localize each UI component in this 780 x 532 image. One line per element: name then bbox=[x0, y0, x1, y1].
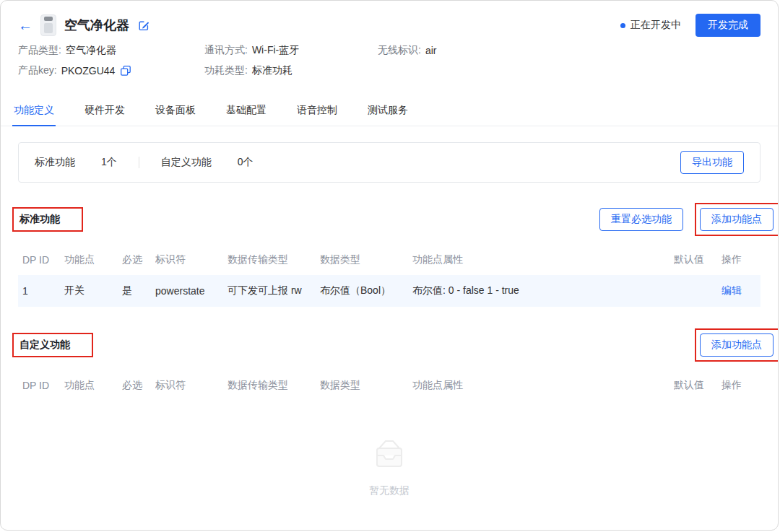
product-image-detail bbox=[44, 17, 53, 21]
annotation-box-custom-title: 自定义功能 bbox=[12, 333, 93, 357]
comm-type-label: 通讯方式: bbox=[204, 44, 248, 57]
status-badge: 正在开发中 bbox=[620, 19, 681, 32]
export-functions-button[interactable]: 导出功能 bbox=[680, 151, 744, 174]
tab-hardware-development[interactable]: 硬件开发 bbox=[83, 96, 126, 126]
cell-data-type: 布尔值（Bool） bbox=[320, 284, 412, 297]
header-cell-property: 功能点属性 bbox=[412, 253, 674, 266]
tab-voice-control[interactable]: 语音控制 bbox=[295, 96, 339, 126]
header-cell-default: 默认值 bbox=[674, 379, 722, 392]
header-cell-data-type: 数据类型 bbox=[320, 379, 412, 392]
custom-function-count-value: 0个 bbox=[238, 156, 254, 169]
back-button[interactable]: ← bbox=[18, 18, 32, 32]
table-row: 1 开关 是 powerstate 可下发可上报 rw 布尔值（Bool） 布尔… bbox=[18, 275, 760, 307]
header-cell-function: 功能点 bbox=[64, 379, 122, 392]
comm-type-item: 通讯方式: Wi-Fi-蓝牙 bbox=[204, 44, 378, 57]
summary-divider bbox=[139, 157, 139, 168]
status-dot-icon bbox=[620, 23, 625, 28]
annotation-box-custom-add: 添加功能点 bbox=[695, 328, 779, 362]
edit-title-icon[interactable] bbox=[139, 20, 150, 31]
product-key-item: 产品key: PKOZGU44 bbox=[18, 64, 204, 77]
standard-functions-table: DP ID 功能点 必选 标识符 数据传输类型 数据类型 功能点属性 默认值 操… bbox=[18, 245, 760, 307]
header-cell-dpid: DP ID bbox=[22, 380, 64, 391]
header-cell-identifier: 标识符 bbox=[155, 379, 228, 392]
header-cell-data-type: 数据类型 bbox=[320, 253, 412, 266]
edit-row-link[interactable]: 编辑 bbox=[722, 284, 756, 297]
header-cell-transfer-type: 数据传输类型 bbox=[228, 379, 320, 392]
cell-function: 开关 bbox=[64, 284, 122, 297]
wireless-id-value: air bbox=[425, 45, 437, 56]
annotation-box-standard-add: 添加功能点 bbox=[695, 203, 779, 236]
empty-box-icon bbox=[364, 436, 415, 476]
custom-table-header-row: DP ID 功能点 必选 标识符 数据传输类型 数据类型 功能点属性 默认值 操… bbox=[18, 370, 760, 401]
develop-complete-button[interactable]: 开发完成 bbox=[696, 14, 760, 37]
page-header: ← 空气净化器 正在开发中 开发完成 bbox=[1, 1, 778, 43]
cell-required: 是 bbox=[122, 284, 155, 297]
standard-function-count-value: 1个 bbox=[101, 156, 117, 169]
standard-table-header-row: DP ID 功能点 必选 标识符 数据传输类型 数据类型 功能点属性 默认值 操… bbox=[18, 245, 760, 275]
header-cell-required: 必选 bbox=[122, 379, 155, 392]
header-cell-transfer-type: 数据传输类型 bbox=[228, 253, 320, 266]
cell-identifier: powerstate bbox=[155, 285, 228, 297]
header-cell-default: 默认值 bbox=[674, 253, 722, 266]
power-type-item: 功耗类型: 标准功耗 bbox=[204, 64, 378, 77]
product-type-label: 产品类型: bbox=[18, 44, 61, 57]
custom-functions-table: DP ID 功能点 必选 标识符 数据传输类型 数据类型 功能点属性 默认值 操… bbox=[18, 370, 760, 531]
product-info: 产品类型: 空气净化器 通讯方式: Wi-Fi-蓝牙 无线标识: air 产品k… bbox=[1, 43, 778, 77]
header-cell-function: 功能点 bbox=[64, 253, 122, 266]
product-key-value: PKOZGU44 bbox=[61, 65, 116, 77]
header-cell-required: 必选 bbox=[122, 253, 155, 266]
standard-functions-section-header: 标准功能 重置必选功能 添加功能点 bbox=[18, 203, 760, 236]
standard-function-count-label: 标准功能 bbox=[35, 156, 75, 169]
wireless-id-label: 无线标识: bbox=[378, 44, 421, 57]
header-cell-action: 操作 bbox=[722, 253, 756, 266]
header-cell-dpid: DP ID bbox=[22, 254, 64, 266]
product-image-detail bbox=[44, 23, 53, 33]
comm-type-value: Wi-Fi-蓝牙 bbox=[252, 44, 299, 57]
wireless-id-item: 无线标识: air bbox=[378, 44, 760, 57]
annotation-box-standard-title: 标准功能 bbox=[12, 207, 83, 232]
product-type-item: 产品类型: 空气净化器 bbox=[18, 44, 204, 57]
tab-basic-config[interactable]: 基础配置 bbox=[225, 96, 268, 126]
header-cell-property: 功能点属性 bbox=[412, 379, 674, 392]
header-left: ← 空气净化器 bbox=[18, 14, 150, 36]
product-development-page: ← 空气净化器 正在开发中 开发完成 产品类型: 空气净化 bbox=[0, 0, 779, 531]
status-text: 正在开发中 bbox=[630, 19, 681, 32]
page-title: 空气净化器 bbox=[64, 17, 129, 34]
standard-functions-actions: 重置必选功能 添加功能点 bbox=[599, 203, 760, 236]
tab-device-panel[interactable]: 设备面板 bbox=[154, 96, 197, 126]
header-right: 正在开发中 开发完成 bbox=[620, 14, 760, 37]
product-image bbox=[40, 14, 56, 36]
header-cell-identifier: 标识符 bbox=[155, 253, 228, 266]
custom-functions-title: 自定义功能 bbox=[20, 339, 70, 350]
power-type-value: 标准功耗 bbox=[252, 64, 292, 77]
custom-functions-section-header: 自定义功能 添加功能点 bbox=[18, 328, 760, 362]
tab-test-service[interactable]: 测试服务 bbox=[366, 96, 410, 126]
cell-dpid: 1 bbox=[22, 285, 64, 297]
product-key-label: 产品key: bbox=[18, 64, 57, 77]
tab-function-definition[interactable]: 功能定义 bbox=[12, 96, 56, 126]
tab-bar: 功能定义 硬件开发 设备面板 基础配置 语音控制 测试服务 bbox=[1, 96, 778, 126]
standard-functions-title: 标准功能 bbox=[20, 213, 60, 224]
custom-functions-actions: 添加功能点 bbox=[695, 328, 760, 362]
cell-transfer-type: 可下发可上报 rw bbox=[228, 284, 320, 297]
reset-required-functions-button[interactable]: 重置必选功能 bbox=[599, 208, 683, 231]
cell-property: 布尔值: 0 - false 1 - true bbox=[412, 284, 674, 297]
copy-icon[interactable] bbox=[121, 66, 131, 76]
add-function-point-button-custom[interactable]: 添加功能点 bbox=[700, 333, 774, 357]
function-summary-bar: 标准功能 1个 自定义功能 0个 导出功能 bbox=[18, 142, 760, 183]
power-type-label: 功耗类型: bbox=[204, 64, 248, 77]
product-type-value: 空气净化器 bbox=[66, 44, 116, 57]
header-cell-action: 操作 bbox=[722, 379, 756, 392]
empty-state: 暂无数据 bbox=[18, 401, 760, 531]
custom-function-count-label: 自定义功能 bbox=[161, 156, 212, 169]
main-content: 标准功能 1个 自定义功能 0个 导出功能 标准功能 重置必选功能 添加功能点 … bbox=[1, 142, 778, 531]
empty-state-text: 暂无数据 bbox=[369, 484, 410, 497]
add-function-point-button-standard[interactable]: 添加功能点 bbox=[700, 208, 774, 231]
